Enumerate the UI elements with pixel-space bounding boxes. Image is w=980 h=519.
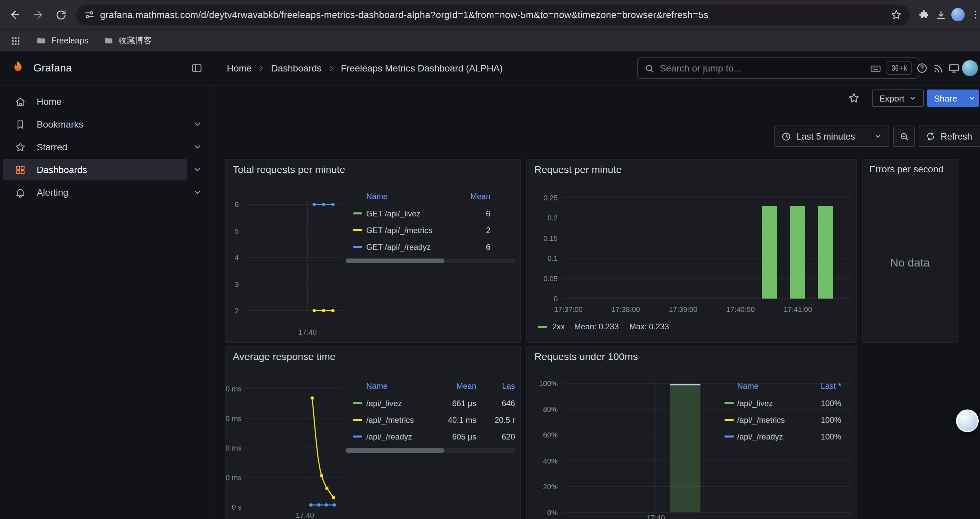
share-options-caret[interactable]	[964, 89, 979, 107]
legend-header-name[interactable]: Name	[737, 382, 804, 391]
panel-title[interactable]: Total requests per minute	[233, 164, 345, 175]
breadcrumb-dashboards[interactable]: Dashboards	[271, 63, 321, 73]
series-swatch	[538, 326, 547, 327]
dock-sidebar-icon	[191, 62, 203, 74]
legend-row[interactable]: /api/_/readyz 605 µs 620	[345, 428, 515, 445]
svg-text:60 ms: 60 ms	[226, 414, 242, 423]
search-shortcut-chip: ⌘+k	[886, 61, 912, 75]
scrollbar-thumb[interactable]	[345, 448, 444, 453]
legend-row[interactable]: 2xx Mean: 0.233 Max: 0.233	[538, 322, 669, 331]
expand-bookmarks-chevron[interactable]	[190, 117, 205, 132]
star-icon	[15, 141, 26, 153]
news-button[interactable]	[931, 61, 945, 75]
panel-errors-per-second: Errors per second No data	[862, 159, 958, 343]
folder-icon	[103, 35, 114, 46]
svg-text:100%: 100%	[539, 379, 558, 388]
site-info-icon[interactable]	[84, 10, 95, 20]
browser-menu-button[interactable]	[967, 5, 980, 24]
legend-row[interactable]: /api/_/metrics 100%	[724, 412, 845, 428]
legend-row[interactable]: /api/_/metrics 40.1 ms 20.5 r	[345, 412, 515, 428]
export-label: Export	[879, 93, 904, 103]
profile-avatar	[951, 8, 965, 21]
forward-button[interactable]	[28, 5, 48, 25]
zoom-out-time-button[interactable]	[893, 126, 915, 147]
folder-icon	[36, 35, 47, 46]
dashboard-content: Export Share Last 5 minutes	[212, 86, 980, 519]
svg-text:17:39:00: 17:39:00	[669, 305, 697, 314]
panel-title[interactable]: Errors per second	[869, 164, 943, 174]
tv-mode-button[interactable]	[947, 61, 961, 75]
sidebar-item-home[interactable]: Home	[3, 91, 188, 112]
keyboard-icon	[870, 62, 881, 74]
panel-title[interactable]: Average response time	[233, 351, 336, 362]
apps-grid-button[interactable]	[10, 31, 21, 50]
share-button[interactable]: Share	[927, 89, 964, 107]
search-input[interactable]: Search or jump to... ⌘+k	[637, 57, 919, 79]
url-bar[interactable]: grafana.mathmast.com/d/deytv4rwavabkb/fr…	[76, 4, 910, 25]
no-data-message: No data	[862, 257, 957, 270]
dock-menu-button[interactable]	[191, 62, 203, 74]
bookmark-star-icon[interactable]	[891, 9, 902, 21]
monitor-icon	[948, 62, 960, 74]
chevron-down-icon	[193, 188, 202, 197]
legend-row[interactable]: /api/_livez 100%	[724, 395, 845, 412]
legend-row[interactable]: GET /api/_/metrics 2	[345, 222, 515, 238]
legend-header-mean[interactable]: Mean	[434, 382, 476, 391]
legend-scrollbar[interactable]	[345, 259, 515, 263]
legend-header-name[interactable]: Name	[366, 192, 450, 201]
caret-down-icon	[874, 132, 882, 140]
legend-row[interactable]: GET /api/_/readyz 6	[345, 238, 515, 255]
legend-header-last[interactable]: Last *	[804, 382, 845, 391]
sidebar-item-label: Alerting	[37, 187, 68, 198]
legend-scrollbar[interactable]	[345, 448, 515, 453]
legend-table: Name Mean Las /api/_livez 661 µs 646 /ap…	[345, 379, 515, 445]
svg-text:0.05: 0.05	[543, 275, 558, 283]
reload-button[interactable]	[51, 5, 71, 25]
refresh-button[interactable]: Refresh	[919, 126, 979, 146]
sidebar-item-dashboards[interactable]: Dashboards	[3, 159, 188, 180]
panel-title[interactable]: Requests under 100ms	[535, 351, 638, 362]
panel-requests-under-100ms: Requests under 100ms 100% 80% 60% 40% 20…	[527, 346, 857, 519]
sidebar-item-starred[interactable]: Starred	[3, 136, 188, 158]
downloads-button[interactable]	[932, 5, 949, 24]
series-swatch	[353, 419, 362, 421]
sidebar-item-bookmarks[interactable]: Bookmarks	[3, 113, 188, 135]
legend-header-last[interactable]: Las	[476, 382, 515, 391]
refresh-label: Refresh	[941, 131, 972, 141]
svg-text:3: 3	[235, 280, 239, 289]
back-button[interactable]	[5, 5, 25, 25]
grafana-logo[interactable]	[10, 59, 27, 77]
series-swatch	[353, 436, 362, 438]
extensions-button[interactable]	[915, 5, 931, 24]
help-button[interactable]	[915, 61, 929, 75]
profile-button[interactable]	[950, 5, 966, 24]
svg-text:80%: 80%	[543, 405, 558, 414]
panel-title[interactable]: Request per minute	[535, 164, 622, 175]
sidebar-item-alerting[interactable]: Alerting	[3, 182, 188, 203]
screenshot-root: grafana.mathmast.com/d/deytv4rwavabkb/fr…	[0, 0, 980, 519]
breadcrumb-home[interactable]: Home	[227, 63, 252, 73]
user-avatar[interactable]	[962, 60, 978, 76]
legend-row[interactable]: /api/_/readyz 100%	[724, 428, 845, 445]
time-range-picker[interactable]: Last 5 minutes	[774, 126, 889, 147]
grafana-brand: Grafana	[33, 62, 72, 74]
legend-header-mean[interactable]: Mean	[450, 192, 490, 201]
legend-row[interactable]: GET /api/_livez 6	[345, 205, 515, 222]
legend-row[interactable]: /api/_livez 661 µs 646	[345, 395, 515, 412]
floating-assistant-avatar[interactable]	[956, 409, 978, 432]
refresh-interval-caret[interactable]	[979, 126, 980, 146]
expand-starred-chevron[interactable]	[190, 140, 205, 154]
expand-alerting-chevron[interactable]	[190, 185, 205, 200]
total-requests-chart: 6 5 4 3 2 17:40	[226, 184, 345, 341]
bookmark-folder-blogs[interactable]: 收藏博客	[103, 35, 152, 46]
search-placeholder: Search or jump to...	[660, 63, 865, 73]
scrollbar-thumb[interactable]	[345, 259, 444, 263]
legend-header-name[interactable]: Name	[366, 382, 434, 391]
browser-window: grafana.mathmast.com/d/deytv4rwavabkb/fr…	[0, 0, 980, 519]
svg-text:20 ms: 20 ms	[226, 474, 242, 482]
bookmark-folder-freeleaps[interactable]: Freeleaps	[36, 35, 88, 46]
export-button[interactable]: Export	[872, 89, 924, 107]
expand-dashboards-chevron[interactable]	[190, 162, 205, 177]
svg-text:6: 6	[235, 200, 239, 209]
favorite-dashboard-button[interactable]	[848, 92, 860, 104]
